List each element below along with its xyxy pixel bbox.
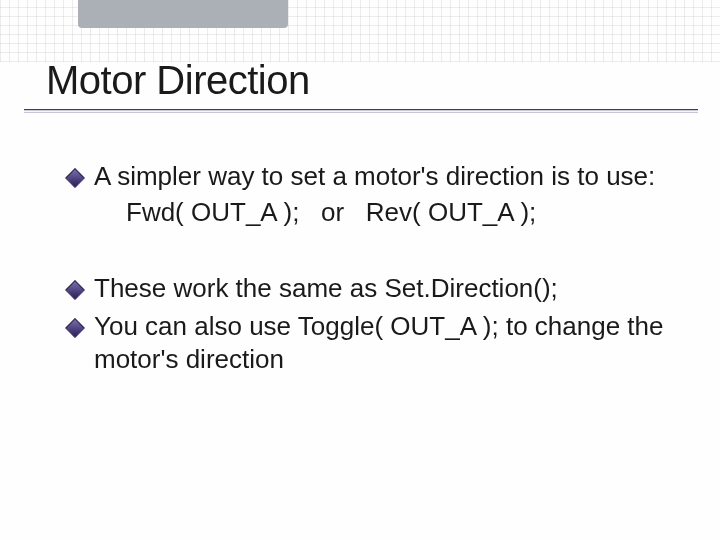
code-toggle: Toggle( OUT_A ); (298, 311, 499, 341)
bullet-1-text: A simpler way to set a motor's direction… (94, 161, 655, 191)
bullet-item-1: A simpler way to set a motor's direction… (68, 160, 674, 230)
bullet-list: A simpler way to set a motor's direction… (46, 160, 674, 376)
slide-content: Motor Direction A simpler way to set a m… (0, 0, 720, 376)
bullet-1-code-line: Fwd( OUT_A ); or Rev( OUT_A ); (94, 195, 674, 230)
code-fwd: Fwd( OUT_A ); (126, 197, 299, 227)
code-rev: Rev( OUT_A ); (366, 197, 536, 227)
title-underline (46, 109, 674, 112)
bullet-item-2: These work the same as Set.Direction(); (68, 272, 674, 305)
code-sep: or (321, 197, 344, 227)
bullet-2-text: These work the same as Set.Direction(); (94, 273, 558, 303)
slide-title: Motor Direction (46, 58, 674, 103)
bullet-item-3: You can also use Toggle( OUT_A ); to cha… (68, 310, 674, 377)
bullet-group-2: These work the same as Set.Direction(); … (68, 272, 674, 376)
bullet-3-pre: You can also use (94, 311, 298, 341)
